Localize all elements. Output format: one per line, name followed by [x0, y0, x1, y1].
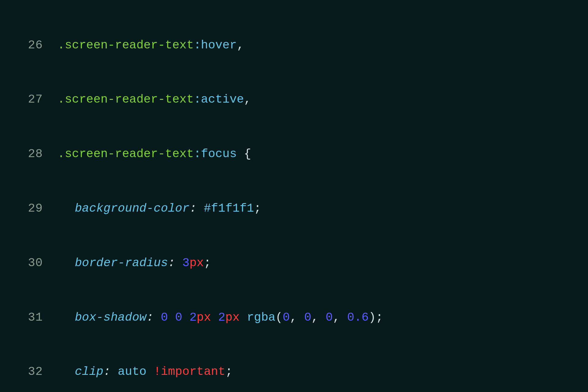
comma: ,	[237, 39, 244, 52]
css-value: #f1f1f1	[204, 202, 254, 215]
line-number: 30	[0, 254, 58, 272]
space	[182, 311, 189, 324]
css-number: 2	[190, 311, 197, 324]
css-unit: px	[197, 311, 211, 324]
css-number: 2	[218, 311, 225, 324]
comma: ,	[244, 93, 251, 106]
selector: .screen-reader-text	[58, 147, 194, 161]
css-unit: px	[225, 311, 240, 324]
code-line[interactable]: 29 background-color: #f1f1f1;	[0, 200, 588, 218]
code-line[interactable]: 32 clip: auto !important;	[0, 363, 588, 381]
line-number: 32	[0, 363, 58, 381]
css-function: rgba	[247, 311, 276, 324]
comma: ,	[311, 311, 326, 324]
open-brace: {	[237, 147, 251, 161]
css-number: 0.6	[347, 311, 369, 324]
paren-close: )	[369, 311, 376, 324]
code-line[interactable]: 28 .screen-reader-text:focus {	[0, 145, 588, 163]
line-number: 26	[0, 36, 58, 55]
pseudo-class: :active	[194, 93, 244, 106]
colon: :	[168, 256, 182, 270]
selector: .screen-reader-text	[58, 39, 194, 52]
code-line[interactable]: 31 box-shadow: 0 0 2px 2px rgba(0, 0, 0,…	[0, 309, 588, 327]
selector: .screen-reader-text	[58, 93, 194, 106]
space	[146, 365, 153, 379]
css-number: 0	[161, 311, 168, 324]
comma: ,	[333, 311, 347, 324]
line-number: 29	[0, 200, 58, 218]
semicolon: ;	[204, 256, 211, 270]
css-property: clip	[75, 365, 104, 379]
space	[211, 311, 218, 324]
paren-open: (	[276, 311, 283, 324]
line-number: 31	[0, 309, 58, 327]
space	[168, 311, 175, 324]
css-property: box-shadow	[75, 311, 146, 324]
pseudo-class: :focus	[194, 147, 237, 161]
pseudo-class: :hover	[194, 39, 237, 52]
line-number: 27	[0, 91, 58, 109]
css-number: 0	[326, 311, 333, 324]
line-number: 28	[0, 145, 58, 163]
semicolon: ;	[376, 311, 383, 324]
semicolon: ;	[254, 202, 261, 215]
css-number: 0	[304, 311, 311, 324]
css-property: border-radius	[75, 256, 168, 270]
code-line[interactable]: 27 .screen-reader-text:active,	[0, 91, 588, 109]
css-value: auto	[118, 365, 147, 379]
important: !important	[154, 365, 225, 379]
css-unit: px	[190, 256, 204, 270]
code-line[interactable]: 30 border-radius: 3px;	[0, 254, 588, 272]
css-number: 3	[182, 256, 189, 270]
colon: :	[104, 365, 118, 379]
code-editor[interactable]: 26 .screen-reader-text:hover, 27 .screen…	[0, 0, 588, 392]
code-line[interactable]: 26 .screen-reader-text:hover,	[0, 36, 588, 55]
space	[239, 311, 247, 324]
semicolon: ;	[225, 365, 232, 379]
colon: :	[190, 202, 204, 215]
comma: ,	[290, 311, 304, 324]
css-property: background-color	[75, 202, 189, 215]
css-number: 0	[283, 311, 290, 324]
css-number: 0	[175, 311, 182, 324]
colon: :	[146, 311, 161, 324]
